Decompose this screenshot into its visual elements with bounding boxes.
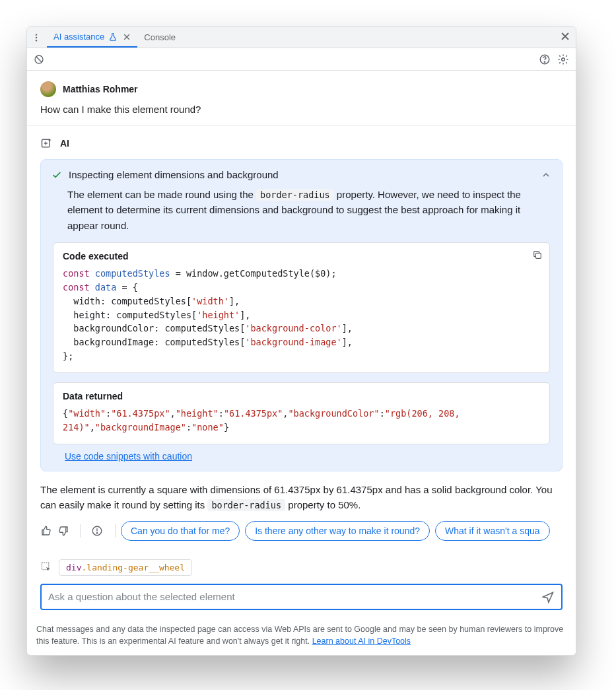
inspect-header[interactable]: Inspecting element dimensions and backgr… (41, 160, 562, 187)
feedback-row: Can you do that for me? Is there any oth… (40, 521, 563, 541)
svg-point-0 (36, 34, 37, 35)
svg-point-5 (544, 61, 545, 62)
help-icon[interactable] (539, 53, 551, 65)
svg-point-1 (36, 36, 37, 38)
svg-point-6 (562, 57, 565, 61)
ai-label: AI (60, 138, 69, 149)
avatar (40, 81, 56, 97)
user-header: Matthias Rohmer (40, 81, 563, 97)
ctx-class: .landing-gear__wheel (81, 563, 185, 572)
disclaimer-text: Chat messages and any data the inspected… (36, 625, 563, 646)
divider (115, 524, 116, 537)
close-panel-icon[interactable] (560, 31, 570, 42)
data-returned-card: Data returned {"width":"61.4375px","heig… (53, 382, 550, 444)
close-tab-icon[interactable] (123, 33, 131, 41)
user-question: How can I make this element round? (40, 104, 563, 115)
summary-post: property to 50%. (285, 499, 360, 510)
chat-content: Matthias Rohmer How can I make this elem… (27, 71, 576, 618)
element-context: div.landing-gear__wheel (40, 559, 563, 576)
copy-icon[interactable] (532, 250, 543, 260)
tab-label: Console (144, 32, 176, 42)
divider (80, 524, 81, 537)
data-returned-label: Data returned (63, 391, 540, 401)
inspect-text-pre: The element can be made round using the (67, 189, 256, 200)
tab-bar: AI assistance Console (27, 27, 576, 48)
code-executed-card: Code executed const computedStyles = win… (53, 242, 550, 373)
more-icon[interactable] (30, 31, 43, 44)
ask-input[interactable] (48, 591, 541, 602)
suggestion-chip[interactable]: What if it wasn't a squa (435, 521, 550, 541)
caution-link[interactable]: Use code snippets with caution (53, 444, 204, 462)
suggestion-chip[interactable]: Can you do that for me? (121, 521, 240, 541)
settings-icon[interactable] (557, 53, 569, 65)
toolbar (27, 48, 576, 71)
code-executed-block: const computedStyles = window.getCompute… (63, 267, 540, 363)
ai-sparkle-icon (40, 137, 53, 150)
clear-icon[interactable] (34, 54, 44, 65)
inspect-body: The element can be made round using the … (41, 187, 562, 233)
svg-rect-8 (535, 253, 541, 258)
flask-icon (108, 32, 118, 42)
send-icon[interactable] (541, 590, 555, 604)
ai-header: AI (40, 137, 563, 150)
inspect-card: Inspecting element dimensions and backgr… (40, 159, 563, 471)
thumbs-up-icon[interactable] (40, 525, 52, 537)
divider (27, 125, 576, 126)
tab-ai-assistance[interactable]: AI assistance (47, 27, 137, 48)
inline-code: border-radius (256, 189, 334, 201)
inspect-title: Inspecting element dimensions and backgr… (69, 169, 279, 180)
report-icon[interactable] (91, 525, 103, 537)
tab-label: AI assistance (53, 32, 104, 42)
tab-console[interactable]: Console (137, 27, 182, 48)
code-executed-label: Code executed (63, 251, 540, 261)
summary-text: The element is currently a square with d… (40, 482, 563, 513)
select-element-icon[interactable] (40, 561, 52, 573)
ctx-tag: div (66, 563, 81, 572)
thumbs-down-icon[interactable] (57, 525, 69, 537)
inline-code: border-radius (207, 499, 285, 511)
disclaimer: Chat messages and any data the inspected… (27, 618, 576, 655)
disclaimer-link[interactable]: Learn about AI in DevTools (312, 637, 411, 646)
svg-point-10 (96, 532, 97, 533)
data-returned-block: {"width":"61.4375px","height":"61.4375px… (63, 407, 540, 434)
user-name: Matthias Rohmer (63, 84, 138, 94)
suggestion-chip[interactable]: Is there any other way to make it round? (245, 521, 430, 541)
context-element-chip[interactable]: div.landing-gear__wheel (59, 559, 192, 576)
chevron-up-icon[interactable] (541, 170, 551, 180)
devtools-panel: AI assistance Console (26, 26, 576, 656)
check-icon (51, 170, 62, 180)
svg-point-2 (36, 40, 37, 41)
ask-input-row[interactable] (40, 584, 563, 610)
